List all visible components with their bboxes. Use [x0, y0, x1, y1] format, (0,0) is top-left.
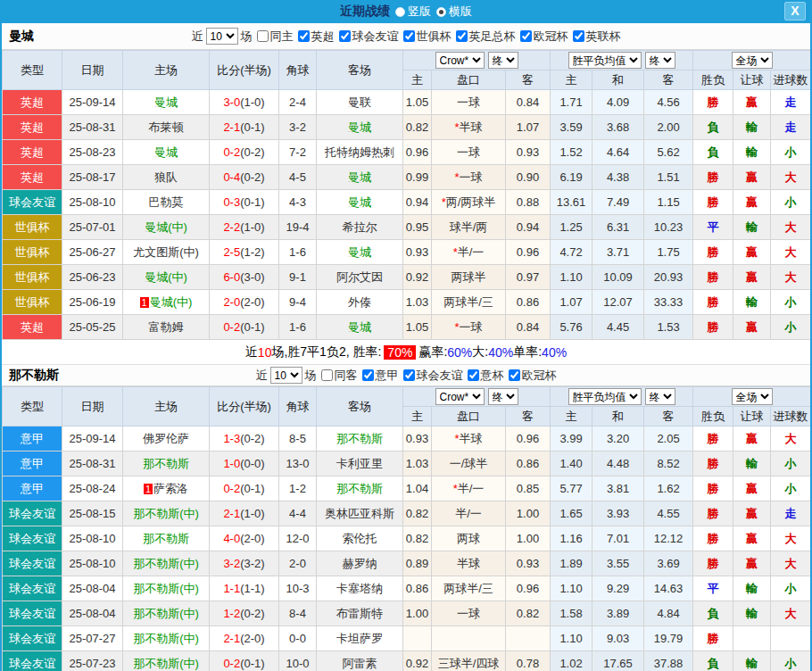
league-checkbox-input[interactable]: [520, 30, 532, 42]
result-handicap: 輸: [733, 601, 771, 626]
handicap-cell: 两球半/三: [432, 290, 506, 315]
league-checkbox-input[interactable]: [468, 369, 479, 381]
avg-draw-odds: 4.45: [592, 315, 644, 340]
layout-option-vertical[interactable]: 竖版: [395, 4, 431, 20]
avg-home-odds: 1.89: [551, 551, 592, 576]
crown-home-odds: 0.82: [403, 115, 432, 140]
home-team-cell: 曼城: [123, 90, 210, 115]
scope-select[interactable]: 全场: [732, 52, 773, 69]
col-away: 客场: [317, 51, 403, 90]
league-checkbox-球会友谊[interactable]: 球会友谊: [335, 29, 399, 45]
odds-stage-select[interactable]: 终: [488, 388, 518, 405]
score-cell: 6-0(3-0): [210, 265, 279, 290]
match-row: 球会友谊25-08-15那不勒斯(中)2-1(1-0)4-4奥林匹亚科斯0.82…: [3, 501, 811, 526]
league-checkbox-input[interactable]: [298, 30, 310, 42]
crown-away-odds: 0.85: [506, 476, 551, 501]
match-type-badge: 球会友谊: [3, 576, 62, 601]
result-handicap: 贏: [733, 315, 771, 340]
avg-draw-odds: 6.31: [592, 215, 644, 240]
league-checkbox-意甲[interactable]: 意甲: [358, 368, 399, 384]
radio-horizontal-icon[interactable]: [436, 7, 446, 17]
match-type-badge: 意甲: [3, 451, 62, 476]
close-icon[interactable]: X: [784, 2, 806, 21]
league-checkbox-input[interactable]: [573, 30, 584, 42]
league-checkbox-input[interactable]: [403, 30, 415, 42]
result-handicap: 贏: [733, 501, 771, 526]
odds-stage-select[interactable]: 终: [488, 52, 518, 69]
radio-vertical-icon[interactable]: [395, 7, 405, 17]
score-cell: 3-2(3-2): [210, 551, 279, 576]
match-count-select[interactable]: 10: [270, 367, 302, 384]
col-avg-home: 主: [551, 407, 592, 427]
league-checkbox-世俱杯[interactable]: 世俱杯: [399, 29, 452, 45]
same-venue-checkbox[interactable]: 同客: [317, 368, 358, 384]
result-goals: 走: [771, 115, 811, 140]
col-avg-draw: 和: [592, 70, 644, 90]
col-wdl: 胜负: [693, 407, 733, 427]
handicap-cell: 半球: [432, 551, 506, 576]
col-crown-away: 客: [506, 70, 551, 90]
league-checkbox-欧冠杯[interactable]: 欧冠杯: [516, 29, 568, 45]
result-wdl: 負: [693, 140, 733, 165]
home-team-cell: 那不勒斯: [123, 526, 210, 551]
crown-away-odds: 0.97: [506, 265, 551, 290]
league-checkbox-input[interactable]: [362, 369, 374, 381]
score-cell: 1-0(0-0): [210, 451, 279, 476]
avg-home-odds: 1.10: [551, 265, 592, 290]
result-handicap: 輸: [733, 651, 771, 671]
home-team-cell: 那不勒斯(中): [123, 501, 210, 526]
avg-stage-select[interactable]: 终: [645, 52, 675, 69]
handicap-cell: *一球: [432, 315, 506, 340]
league-checkbox-意杯[interactable]: 意杯: [463, 368, 504, 384]
home-team-cell: 布莱顿: [123, 115, 210, 140]
games-label: 场: [241, 29, 253, 45]
match-type-badge: 意甲: [3, 476, 62, 501]
same-venue-checkbox-input[interactable]: [321, 369, 333, 381]
avg-odds-select[interactable]: 胜平负均值: [568, 388, 642, 405]
result-wdl: 勝: [693, 190, 733, 215]
avg-odds-select[interactable]: 胜平负均值: [568, 52, 642, 69]
match-count-select[interactable]: 10: [206, 28, 238, 45]
league-checkbox-英联杯[interactable]: 英联杯: [568, 29, 621, 45]
avg-away-odds: 8.52: [644, 451, 693, 476]
league-checkbox-input[interactable]: [339, 30, 351, 42]
same-venue-checkbox[interactable]: 同主: [253, 29, 294, 45]
score-cell: 1-2(0-2): [210, 601, 279, 626]
league-checkbox-input[interactable]: [403, 369, 415, 381]
avg-home-odds: 1.40: [551, 451, 592, 476]
away-team-cell: 卡坦萨罗: [317, 626, 403, 651]
vertical-label: 竖版: [408, 4, 431, 20]
league-checkbox-英超[interactable]: 英超: [294, 29, 335, 45]
home-team-cell: 1萨索洛: [123, 476, 210, 501]
away-team-cell: 那不勒斯: [317, 427, 403, 451]
league-checkbox-input[interactable]: [509, 369, 520, 381]
bookmaker-select[interactable]: Crow*: [435, 388, 485, 405]
result-goals: 小: [771, 190, 811, 215]
corner-cell: 4-3: [279, 190, 317, 215]
corner-cell: 7-2: [279, 140, 317, 165]
avg-stage-select[interactable]: 终: [645, 388, 675, 405]
league-checkbox-欧冠杯[interactable]: 欧冠杯: [504, 368, 557, 384]
league-checkbox-球会友谊[interactable]: 球会友谊: [399, 368, 463, 384]
mancity-matches-table: 类型 日期 主场 比分(半场) 角球 客场 Crow*终 胜平负均值终 全场 主…: [2, 50, 811, 340]
avg-away-odds: 14.63: [644, 576, 693, 601]
match-date: 25-08-10: [62, 190, 123, 215]
avg-draw-odds: 9.29: [592, 576, 644, 601]
layout-option-horizontal[interactable]: 横版: [436, 4, 472, 20]
same-venue-checkbox-input[interactable]: [257, 30, 269, 42]
bookmaker-select[interactable]: Crow*: [435, 52, 485, 69]
handicap-cell: 球半/两: [432, 215, 506, 240]
scope-select[interactable]: 全场: [732, 388, 773, 405]
col-corner: 角球: [279, 387, 317, 427]
match-row: 球会友谊25-08-10那不勒斯(中)3-2(3-2)2-0赫罗纳0.89半球0…: [3, 551, 811, 576]
match-date: 25-06-19: [62, 290, 123, 315]
avg-home-odds: 3.99: [551, 427, 592, 451]
crown-away-odds: 1.07: [506, 115, 551, 140]
match-date: 25-09-14: [62, 427, 123, 451]
score-cell: 0-2(0-2): [210, 140, 279, 165]
match-row: 意甲25-09-14佛罗伦萨1-3(0-2)8-5那不勒斯0.93*半球0.96…: [3, 427, 811, 451]
avg-away-odds: 1.62: [644, 476, 693, 501]
league-checkbox-input[interactable]: [456, 30, 468, 42]
league-checkbox-英足总杯[interactable]: 英足总杯: [452, 29, 516, 45]
crown-away-odds: 0.84: [506, 315, 551, 340]
